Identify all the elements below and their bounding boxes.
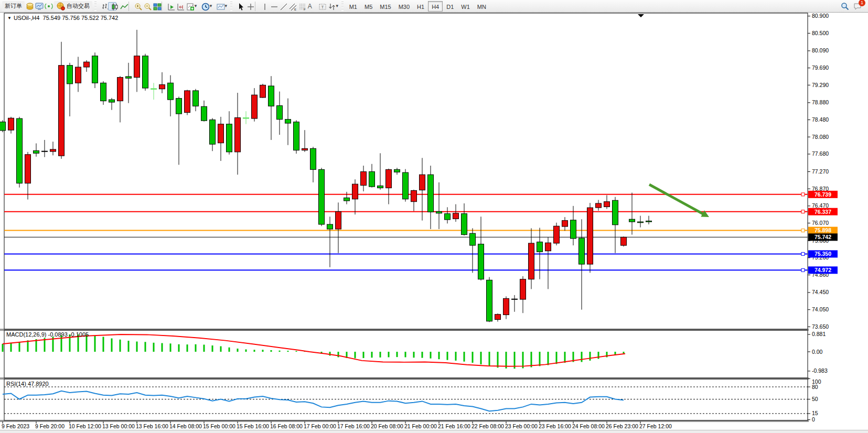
candle-body <box>8 118 14 130</box>
candle-body <box>277 106 283 120</box>
price-tag-label: 76.739 <box>815 191 831 198</box>
price-axis-label: 80.500 <box>812 30 829 36</box>
price-axis-label: 74.050 <box>812 306 829 312</box>
price-tag-label: 75.898 <box>815 227 831 233</box>
candle-body <box>403 172 409 199</box>
candle-body <box>394 169 400 172</box>
time-axis-label[interactable]: 14 Feb 08:00 <box>169 423 202 429</box>
candle-body <box>487 280 492 321</box>
candle-body <box>378 186 383 188</box>
time-axis-label[interactable]: 15 Feb 16:00 <box>237 423 269 429</box>
candle-body <box>193 91 199 106</box>
candle-body <box>84 62 90 67</box>
candle-body <box>17 118 23 183</box>
candle-body <box>545 243 551 251</box>
candle-body <box>613 200 618 225</box>
candle-body <box>159 85 165 89</box>
rsi-axis-label: 50 <box>812 396 818 402</box>
candle-body <box>294 122 299 150</box>
time-axis-label[interactable]: 16 Feb 08:00 <box>270 423 303 429</box>
time-axis-label[interactable]: 13 Feb 16:00 <box>136 423 168 429</box>
candle-body <box>596 203 602 208</box>
price-axis-label: 78.080 <box>812 134 829 140</box>
line-handle[interactable] <box>801 268 805 272</box>
time-axis-label[interactable]: 22 Feb 08:00 <box>471 423 504 429</box>
time-axis-label[interactable]: 17 Feb 16:00 <box>337 423 370 429</box>
price-tag-label: 76.337 <box>815 209 831 215</box>
candle-body <box>176 99 182 114</box>
candle-body <box>151 89 157 90</box>
candle-body <box>25 155 31 183</box>
candle-body <box>571 220 576 239</box>
candle-body <box>646 221 652 222</box>
candle-body <box>537 242 543 252</box>
candle-body <box>59 66 65 156</box>
candle-body <box>285 120 291 123</box>
price-axis-label: 80.090 <box>812 47 829 53</box>
chart-title: ▼USOil-,H4 75.549 75.756 75.522 75.742 <box>7 15 118 21</box>
time-axis-label[interactable]: 21 Feb 00:00 <box>404 423 437 429</box>
chart-canvas[interactable]: 80.90080.50080.09079.69079.29078.88078.4… <box>0 0 868 430</box>
candle-body <box>210 120 216 145</box>
time-axis-label[interactable]: 23 Feb 00:00 <box>505 423 538 429</box>
main-pane <box>4 13 808 329</box>
price-axis-label: 77.680 <box>812 150 829 157</box>
candle-body <box>101 83 106 101</box>
rsi-pane <box>4 379 808 420</box>
time-axis-label[interactable]: 27 Feb 12:00 <box>639 423 672 429</box>
candle-body <box>520 279 526 299</box>
candle-body <box>604 202 610 207</box>
candle-body <box>143 56 148 88</box>
macd-axis-label: 0.881 <box>812 331 826 337</box>
candle-body <box>243 117 249 118</box>
candle-body <box>327 224 333 229</box>
line-handle[interactable] <box>801 229 805 232</box>
candle-body <box>302 148 308 150</box>
candle-body <box>453 213 459 219</box>
time-axis-label[interactable]: 10 Feb 12:00 <box>69 423 101 429</box>
candle-body <box>319 169 325 224</box>
time-axis-label[interactable]: 15 Feb 00:00 <box>203 423 235 429</box>
candle-body <box>445 214 451 220</box>
time-axis-label[interactable]: 9 Feb 2023 <box>2 423 29 429</box>
candle-body <box>76 67 81 83</box>
candle-body <box>117 78 123 101</box>
line-handle[interactable] <box>801 210 805 213</box>
time-axis-label[interactable]: 9 Feb 20:00 <box>35 423 65 429</box>
candle-body <box>109 100 115 102</box>
time-axis-label[interactable]: 21 Feb 16:00 <box>438 423 470 429</box>
candle-body <box>562 221 568 226</box>
price-axis-label: 77.270 <box>812 168 829 175</box>
candle-body <box>126 77 132 78</box>
time-axis-label[interactable]: 24 Feb 08:00 <box>572 423 605 429</box>
price-tag-label: 75.742 <box>815 234 831 240</box>
time-axis-label[interactable]: 17 Feb 00:00 <box>304 423 336 429</box>
time-axis-label[interactable]: 13 Feb 00:00 <box>102 423 135 429</box>
candle-body <box>587 208 593 264</box>
price-axis-label: 79.690 <box>812 64 829 71</box>
candle-body <box>42 151 48 151</box>
candle-body <box>621 237 627 245</box>
candle-body <box>92 56 98 83</box>
price-tag-label: 74.972 <box>815 267 831 273</box>
candle-body <box>361 171 367 185</box>
candle-body <box>344 198 350 201</box>
candle-body <box>462 214 467 235</box>
candle-body <box>235 117 241 151</box>
line-handle[interactable] <box>801 193 805 196</box>
symbol-menu-arrow-icon[interactable]: ▼ <box>7 16 12 20</box>
time-axis-label[interactable]: 20 Feb 08:00 <box>371 423 403 429</box>
rsi-indicator-label: RSI(14) 47.8920 <box>6 381 49 387</box>
candle-body <box>185 91 190 113</box>
price-axis-label: 78.480 <box>812 116 829 123</box>
line-handle[interactable] <box>801 252 805 255</box>
candle-body <box>411 190 417 201</box>
time-axis-label[interactable]: 26 Feb 23:00 <box>606 423 638 429</box>
candle-body <box>554 226 560 243</box>
rsi-axis-label: 0 <box>812 416 815 423</box>
candle-body <box>260 85 266 98</box>
price-axis-label: 79.290 <box>812 82 829 88</box>
candle-body <box>512 299 518 299</box>
time-axis-label[interactable]: 23 Feb 16:00 <box>539 423 571 429</box>
macd-axis-label: 0.00 <box>812 349 823 355</box>
